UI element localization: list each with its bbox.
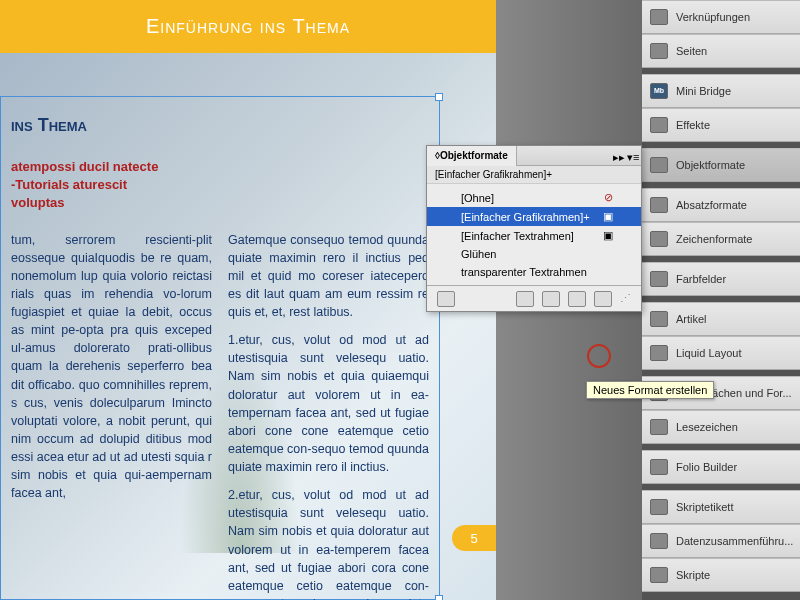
folio-icon <box>650 459 668 475</box>
delete-style-button[interactable] <box>594 291 612 307</box>
style-item-label: Glühen <box>461 248 496 260</box>
style-item[interactable]: [Einfacher Textrahmen]▣ <box>427 226 641 245</box>
panel-effekte[interactable]: Effekte <box>642 108 800 142</box>
panel-tab[interactable]: ◊ Objektformate <box>427 146 517 166</box>
panel-liquid-layout[interactable]: Liquid Layout <box>642 336 800 370</box>
panel-label: Datenzusammenführu... <box>676 535 793 547</box>
style-item[interactable]: Glühen <box>427 245 641 263</box>
panel-farbfelder[interactable]: Farbfelder <box>642 262 800 296</box>
style-item-label: transparenter Textrahmen <box>461 266 587 278</box>
clear-override-icon[interactable] <box>516 291 534 307</box>
panel-objektformate[interactable]: Objektformate <box>642 148 800 182</box>
frame-type-icon: ▣ <box>603 229 613 242</box>
frame-subtitle: ins Thema <box>1 97 439 136</box>
panel-label: Effekte <box>676 119 710 131</box>
panel-label: Absatzformate <box>676 199 747 211</box>
panel-tab-label: Objektformate <box>440 150 508 161</box>
panel-label: Skriptetikett <box>676 501 733 513</box>
selected-graphic-frame[interactable]: ins Thema atempossi ducil natecte -Tutor… <box>0 96 440 600</box>
panel-label: Mini Bridge <box>676 85 731 97</box>
panel-label: Folio Builder <box>676 461 737 473</box>
merge-icon <box>650 533 668 549</box>
clear-attr-icon[interactable] <box>542 291 560 307</box>
new-style-button[interactable] <box>568 291 586 307</box>
pages-icon <box>650 43 668 59</box>
style-item[interactable]: [Ohne]⊘ <box>427 188 641 207</box>
panel-skriptetikett[interactable]: Skriptetikett <box>642 490 800 524</box>
style-item[interactable]: transparenter Textrahmen <box>427 263 641 281</box>
panel-menu-icon[interactable]: ▾≡ <box>627 151 637 161</box>
page-number-badge: 5 <box>452 525 496 551</box>
objektformate-panel[interactable]: ◊ Objektformate ▸▸ ▾≡ [Einfacher Grafikr… <box>426 145 642 312</box>
body-text: tum, serrorem rescienti-plit eosseque qu… <box>11 231 212 503</box>
panel-label: Artikel <box>676 313 707 325</box>
tooltip: Neues Format erstellen <box>586 381 714 399</box>
style-item-label: [Einfacher Grafikrahmen]+ <box>461 211 590 223</box>
page-banner: Einführung ins Thema <box>0 0 496 53</box>
fx-icon <box>650 117 668 133</box>
panel-label: Verknüpfungen <box>676 11 750 23</box>
swatch-icon <box>650 271 668 287</box>
panel-dock: VerknüpfungenSeitenMbMini BridgeEffekteO… <box>642 0 800 600</box>
char-icon <box>650 231 668 247</box>
panel-zeichenformate[interactable]: Zeichenformate <box>642 222 800 256</box>
book-icon <box>650 419 668 435</box>
panel-label: Farbfelder <box>676 273 726 285</box>
style-item-label: [Ohne] <box>461 192 494 204</box>
body-text: 2.etur, cus, volut od mod ut ad utestisq… <box>228 486 429 600</box>
art-icon <box>650 311 668 327</box>
liq-icon <box>650 345 668 361</box>
obj-icon <box>650 157 668 173</box>
panel-datenzusammenf-hru-[interactable]: Datenzusammenführu... <box>642 524 800 558</box>
panel-seiten[interactable]: Seiten <box>642 34 800 68</box>
column-2: Gatemque consequo temod quunda quiate ma… <box>228 231 429 600</box>
document-page: Einführung ins Thema ins Thema atempossi… <box>0 0 496 600</box>
body-text: Gatemque consequo temod quunda quiate ma… <box>228 231 429 322</box>
column-1: tum, serrorem rescienti-plit eosseque qu… <box>11 231 212 600</box>
panel-header[interactable]: ◊ Objektformate ▸▸ ▾≡ <box>427 146 641 166</box>
intro-line: atempossi ducil natecte <box>11 158 429 176</box>
style-item[interactable]: [Einfacher Grafikrahmen]+▣ <box>427 207 641 226</box>
mb-icon: Mb <box>650 83 668 99</box>
style-item-label: [Einfacher Textrahmen] <box>461 230 574 242</box>
banner-title: Einführung ins Thema <box>146 15 350 38</box>
resize-grip-icon[interactable]: ⋰ <box>620 292 631 305</box>
para-icon <box>650 197 668 213</box>
panel-label: Zeichenformate <box>676 233 752 245</box>
panel-verkn-pfungen[interactable]: Verknüpfungen <box>642 0 800 34</box>
style-list: [Ohne]⊘[Einfacher Grafikrahmen]+▣[Einfac… <box>427 184 641 285</box>
panel-label: Lesezeichen <box>676 421 738 433</box>
background-image: ins Thema atempossi ducil natecte -Tutor… <box>0 53 496 600</box>
intro-line: voluptas <box>11 194 429 212</box>
intro-heading: atempossi ducil natecte -Tutorials ature… <box>1 136 439 213</box>
panel-skripte[interactable]: Skripte <box>642 558 800 592</box>
panel-absatzformate[interactable]: Absatzformate <box>642 188 800 222</box>
panel-lesezeichen[interactable]: Lesezeichen <box>642 410 800 444</box>
panel-subtitle: [Einfacher Grafikrahmen]+ <box>427 166 641 184</box>
none-icon: ⊘ <box>604 191 613 204</box>
panel-label: Objektformate <box>676 159 745 171</box>
intro-line: -Tutorials aturescit <box>11 176 429 194</box>
tag-icon <box>650 499 668 515</box>
panel-folio-builder[interactable]: Folio Builder <box>642 450 800 484</box>
panel-label: Skripte <box>676 569 710 581</box>
panel-mini-bridge[interactable]: MbMini Bridge <box>642 74 800 108</box>
text-columns: tum, serrorem rescienti-plit eosseque qu… <box>1 213 439 600</box>
script-icon <box>650 567 668 583</box>
collapse-icon[interactable]: ▸▸ <box>613 151 623 161</box>
frame-type-icon: ▣ <box>603 210 613 223</box>
panel-label: Liquid Layout <box>676 347 741 359</box>
folder-icon[interactable] <box>437 291 455 307</box>
link-icon <box>650 9 668 25</box>
body-text: 1.etur, cus, volut od mod ut ad utestisq… <box>228 331 429 476</box>
panel-artikel[interactable]: Artikel <box>642 302 800 336</box>
panel-footer: ⋰ <box>427 285 641 311</box>
panel-label: Seiten <box>676 45 707 57</box>
